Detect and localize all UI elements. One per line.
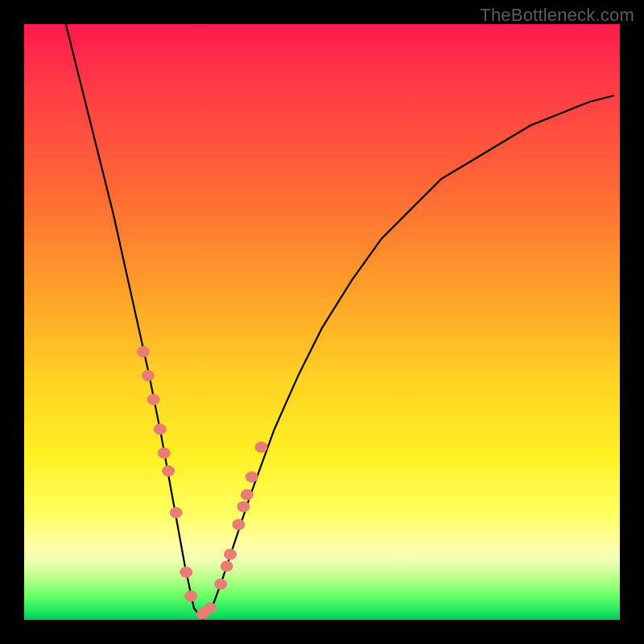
marker-dot — [142, 370, 154, 381]
chart-svg — [24, 24, 620, 620]
marker-dot — [233, 519, 245, 530]
marker-dot — [163, 466, 175, 477]
marker-dot — [158, 448, 170, 458]
marker-dot — [221, 561, 233, 572]
plot-area — [24, 24, 620, 620]
marker-dot — [180, 567, 192, 577]
outer-frame: TheBottleneck.com — [0, 0, 644, 644]
marker-dot — [147, 394, 159, 405]
marker-dot — [215, 579, 227, 589]
marker-dot — [138, 347, 150, 357]
bottleneck-curve — [66, 24, 614, 620]
marker-dot — [154, 424, 166, 435]
marker-dot — [170, 507, 182, 518]
marker-dot — [204, 603, 216, 613]
marker-dots-group — [138, 347, 268, 620]
marker-dot — [237, 502, 250, 512]
marker-dot — [225, 549, 237, 559]
marker-dot — [185, 591, 197, 601]
marker-dot — [255, 442, 267, 452]
marker-dot — [241, 489, 253, 500]
marker-dot — [246, 472, 258, 482]
watermark-text: TheBottleneck.com — [480, 5, 634, 26]
